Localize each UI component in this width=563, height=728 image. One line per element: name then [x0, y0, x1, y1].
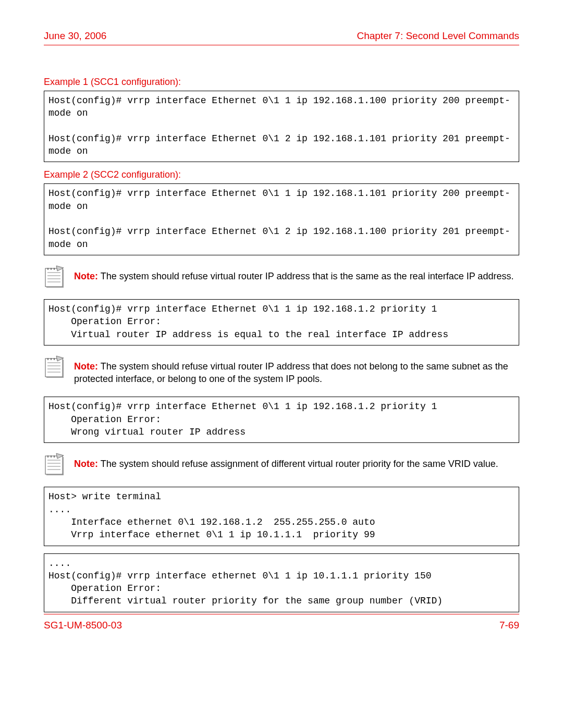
note-2: Note: The system should refuse virtual r… [44, 355, 519, 386]
header-chapter: Chapter 7: Second Level Commands [357, 30, 519, 42]
code-block-2: Host(config)# vrrp interface Ethernet 0\… [44, 183, 519, 255]
note-2-body: The system should refuse virtual router … [74, 361, 508, 384]
page-footer: SG1-UM-8500-03 7-69 [44, 614, 519, 631]
note-1-body: The system should refuse virtual router … [98, 271, 513, 281]
svg-rect-2 [46, 287, 64, 288]
code-block-3: Host(config)# vrrp interface Ethernet 0\… [44, 299, 519, 346]
svg-rect-14 [46, 377, 64, 378]
note-3: Note: The system should refuse assignmen… [44, 452, 519, 475]
example-2-label: Example 2 (SCC2 configuration): [44, 169, 519, 180]
code-block-6: .... Host(config)# vrrp interface ethern… [44, 553, 519, 612]
example-1-label: Example 1 (SCC1 configuration): [44, 77, 519, 88]
svg-rect-1 [63, 269, 64, 288]
note-2-text: Note: The system should refuse virtual r… [74, 355, 519, 386]
svg-rect-0 [45, 268, 63, 287]
page-header: June 30, 2006 Chapter 7: Second Level Co… [44, 30, 519, 45]
footer-page-number: 7-69 [499, 620, 519, 631]
page-content: June 30, 2006 Chapter 7: Second Level Co… [44, 30, 519, 620]
svg-rect-12 [45, 359, 63, 377]
note-3-text: Note: The system should refuse assignmen… [74, 452, 498, 470]
code-block-1: Host(config)# vrrp interface Ethernet 0\… [44, 91, 519, 162]
svg-rect-25 [63, 457, 64, 475]
code-block-5: Host> write terminal .... Interface ethe… [44, 487, 519, 546]
footer-rule [44, 614, 519, 614]
svg-rect-26 [46, 474, 64, 475]
footer-row: SG1-UM-8500-03 7-69 [44, 620, 519, 631]
header-rule [44, 45, 519, 45]
footer-doc-id: SG1-UM-8500-03 [44, 620, 122, 631]
svg-rect-13 [63, 360, 64, 378]
code-block-4: Host(config)# vrrp interface Ethernet 0\… [44, 397, 519, 443]
note-label: Note: [74, 271, 98, 281]
note-1-text: Note: The system should refuse virtual r… [74, 265, 513, 282]
note-label: Note: [74, 361, 98, 372]
notepad-icon [44, 265, 65, 288]
svg-rect-24 [45, 456, 63, 474]
note-label: Note: [74, 459, 98, 469]
notepad-icon [44, 355, 65, 378]
header-date: June 30, 2006 [44, 30, 106, 42]
notepad-icon [44, 452, 65, 475]
note-1: Note: The system should refuse virtual r… [44, 265, 519, 288]
note-3-body: The system should refuse assignment of d… [98, 459, 498, 469]
